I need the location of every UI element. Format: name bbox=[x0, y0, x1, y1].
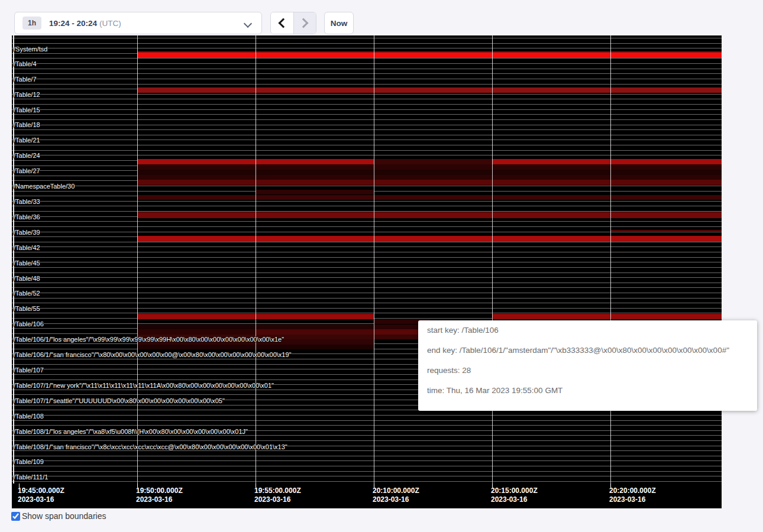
heat-cell[interactable] bbox=[137, 53, 722, 58]
span-label: /Table/106/1/"los angeles"/"\x99\x99\x99… bbox=[14, 336, 284, 343]
heat-cell[interactable] bbox=[256, 325, 374, 329]
span-boundary-hairline bbox=[12, 150, 722, 151]
span-label: /Table/36 bbox=[14, 213, 40, 220]
time-gridline bbox=[492, 35, 493, 484]
span-boundary-hairline bbox=[12, 38, 722, 38]
span-label: /NamespaceTable/30 bbox=[14, 183, 75, 190]
span-label: /Table/4 bbox=[14, 60, 37, 67]
heatmap-canvas[interactable]: /System/tsd/Table/4/Table/7/Table/12/Tab… bbox=[12, 35, 722, 508]
span-boundary-hairline bbox=[12, 140, 722, 140]
axis-tick-time: 19:55:00.000Z bbox=[254, 486, 301, 495]
footer: Show span boundaries bbox=[11, 511, 106, 521]
time-gridline bbox=[374, 35, 374, 484]
span-boundary-hairline bbox=[12, 48, 722, 48]
span-boundary-hairline bbox=[12, 293, 722, 293]
span-boundary-hairline bbox=[12, 252, 722, 252]
previous-range-button[interactable] bbox=[271, 12, 294, 34]
span-boundary-hairline bbox=[12, 99, 722, 99]
time-range-picker[interactable]: 1h 19:24 - 20:24 (UTC) bbox=[14, 12, 262, 34]
heat-cell[interactable] bbox=[610, 230, 722, 231]
span-label: /Table/109 bbox=[14, 458, 44, 465]
span-boundary-hairline bbox=[12, 135, 722, 135]
axis-tick-date: 2023-03-16 bbox=[491, 495, 527, 504]
axis-tick-time: 20:15:00.000Z bbox=[491, 486, 538, 495]
span-boundary-hairline bbox=[12, 246, 722, 247]
span-label: /Table/27 bbox=[14, 167, 40, 174]
heat-cell[interactable] bbox=[137, 175, 722, 180]
axis-tick-time: 19:50:00.000Z bbox=[136, 486, 183, 495]
span-boundary-hairline bbox=[12, 186, 722, 186]
span-boundary-hairline bbox=[12, 303, 722, 303]
heat-cell[interactable] bbox=[374, 159, 492, 164]
time-gridline bbox=[256, 35, 256, 484]
time-range-label: 19:24 - 20:24 bbox=[49, 19, 97, 28]
span-boundary-hairline bbox=[12, 104, 722, 105]
span-boundary-hairline bbox=[12, 206, 722, 206]
span-boundary-hairline bbox=[12, 257, 722, 258]
show-span-boundaries-checkbox[interactable] bbox=[11, 512, 20, 521]
span-boundary-hairline bbox=[12, 287, 722, 288]
axis-tick-time: 20:20:00.000Z bbox=[609, 486, 656, 495]
heat-cell[interactable] bbox=[256, 190, 374, 194]
span-boundary-hairline bbox=[12, 79, 722, 79]
heat-cell[interactable] bbox=[137, 87, 722, 93]
span-boundary-hairline bbox=[12, 435, 722, 436]
heat-cell[interactable] bbox=[137, 180, 722, 185]
span-boundary-hairline bbox=[12, 145, 722, 145]
chevron-left-icon bbox=[278, 18, 288, 28]
heat-cell[interactable] bbox=[492, 314, 722, 319]
span-label: /Table/7 bbox=[14, 76, 37, 83]
span-boundary-hairline bbox=[12, 262, 722, 262]
span-label: /Table/111/1 bbox=[14, 473, 48, 481]
span-boundary-hairline bbox=[12, 466, 722, 466]
span-boundary-hairline bbox=[12, 63, 722, 64]
now-button[interactable]: Now bbox=[324, 12, 354, 34]
heat-cell[interactable] bbox=[137, 236, 722, 242]
span-boundary-hairline bbox=[12, 43, 722, 44]
heat-cell[interactable] bbox=[492, 159, 722, 164]
heat-cell[interactable] bbox=[137, 195, 722, 200]
time-gridline bbox=[137, 35, 138, 484]
timezone-label: (UTC) bbox=[99, 19, 121, 28]
span-label: /Table/55 bbox=[14, 305, 40, 312]
span-label: /Table/15 bbox=[14, 106, 40, 113]
span-boundary-hairline bbox=[12, 201, 722, 202]
heat-cell[interactable] bbox=[137, 164, 722, 170]
span-boundary-hairline bbox=[12, 267, 722, 268]
span-label: /Table/106 bbox=[14, 320, 44, 327]
span-boundary-hairline bbox=[12, 221, 722, 222]
span-boundary-hairline bbox=[12, 119, 722, 120]
heat-cell[interactable] bbox=[137, 329, 256, 335]
span-label: /Table/107 bbox=[14, 366, 44, 374]
span-boundary-hairline bbox=[12, 415, 722, 416]
span-label: /Table/108/1/"san francisco"/"\x8c\xcc\x… bbox=[14, 443, 287, 450]
heat-cell[interactable] bbox=[137, 325, 256, 329]
span-label: /Table/42 bbox=[14, 244, 40, 251]
heat-cell[interactable] bbox=[137, 170, 722, 175]
span-label: /Table/18 bbox=[14, 121, 40, 128]
span-boundary-hairline bbox=[12, 84, 722, 85]
heat-cell[interactable] bbox=[137, 213, 722, 218]
span-boundary-hairline bbox=[12, 125, 722, 125]
span-boundary-hairline bbox=[12, 273, 722, 273]
span-label: /Table/45 bbox=[14, 259, 40, 267]
span-boundary-hairline bbox=[12, 308, 722, 309]
tooltip-start-key: start key: /Table/106 bbox=[427, 326, 757, 335]
show-span-boundaries-label[interactable]: Show span boundaries bbox=[22, 511, 106, 521]
span-label: /System/tsd bbox=[14, 46, 47, 53]
span-boundary-hairline bbox=[12, 109, 722, 110]
chevron-down-icon bbox=[244, 20, 252, 28]
heat-cell[interactable] bbox=[256, 329, 374, 335]
span-boundary-hairline bbox=[12, 94, 722, 95]
axis-tick-time: 19:45:00.000Z bbox=[18, 486, 64, 495]
tooltip-end-key: end key: /Table/106/1/"amsterdam"/"\xb33… bbox=[427, 346, 757, 355]
time-gridline bbox=[610, 35, 611, 484]
span-boundary-hairline bbox=[12, 440, 722, 441]
span-label: /Table/107/1/"seattle"/"UUUUUUD\x00\x80\… bbox=[14, 397, 225, 404]
span-boundary-hairline bbox=[12, 420, 722, 421]
span-label: /Table/21 bbox=[14, 137, 40, 144]
next-range-button-disabled[interactable] bbox=[294, 12, 316, 34]
span-boundary-hairline bbox=[12, 298, 722, 299]
span-label: /Table/52 bbox=[14, 290, 40, 297]
span-boundary-hairline bbox=[12, 425, 722, 426]
